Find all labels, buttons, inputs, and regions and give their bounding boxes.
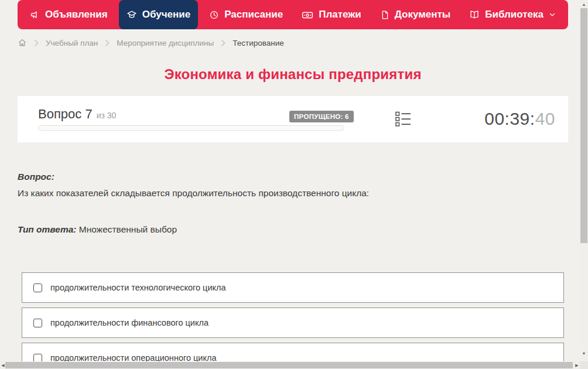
home-icon[interactable] <box>18 38 27 47</box>
nav-item-documents[interactable]: Документы <box>372 0 459 29</box>
horizontal-scrollbar-thumb[interactable] <box>5 362 573 368</box>
page-title: Экономика и финансы предприятия <box>18 66 568 83</box>
question-list-icon[interactable] <box>395 111 412 129</box>
nav-item-schedule[interactable]: Расписание <box>201 0 290 29</box>
graduation-cap-icon <box>127 9 137 20</box>
scroll-down-arrow[interactable]: ▼ <box>580 349 588 357</box>
nav-item-label: Библиотека <box>485 9 543 20</box>
clock-icon <box>209 10 219 20</box>
answer-type-label: Тип ответа: <box>18 224 77 234</box>
option-label: продолжительности технологического цикла <box>50 283 226 292</box>
answer-options: продолжительности технологического цикла… <box>22 272 564 369</box>
chevron-down-icon <box>549 11 556 18</box>
nav-item-label: Расписание <box>224 9 283 20</box>
scrollbar-corner <box>580 361 588 369</box>
answer-type-value: Множественный выбор <box>79 224 177 234</box>
answer-type-row: Тип ответа: Множественный выбор <box>18 224 556 235</box>
nav-item-announcements[interactable]: Объявления <box>22 0 115 29</box>
nav-item-library[interactable]: Библиотека <box>461 0 563 29</box>
checkbox-option-2[interactable] <box>33 319 42 327</box>
nav-item-label: Объявления <box>45 9 108 20</box>
nav-item-learning[interactable]: Обучение <box>119 0 198 29</box>
banknote-icon <box>302 10 313 20</box>
timer-seconds: 40 <box>535 109 555 128</box>
chevron-right-icon <box>34 39 39 47</box>
main-nav: Объявления Обучение Расписание Платежи Д… <box>18 0 568 29</box>
scroll-right-arrow[interactable]: ▶ <box>574 361 580 369</box>
question-body: Вопрос: Из каких показателей складываетс… <box>18 171 556 235</box>
progress-bar <box>38 125 344 131</box>
timer-main: 00:39: <box>484 109 535 128</box>
answer-option-1[interactable]: продолжительности технологического цикла <box>22 272 564 303</box>
answer-option-2[interactable]: продолжительности финансового цикла <box>22 308 564 338</box>
horizontal-scrollbar: ◀ ▶ <box>0 361 580 369</box>
chevron-right-icon <box>221 39 225 47</box>
nav-item-label: Документы <box>395 9 451 20</box>
nav-item-payments[interactable]: Платежи <box>294 0 369 29</box>
question-number: Вопрос 7 <box>38 107 93 122</box>
breadcrumb-item-testing: Тестирование <box>233 39 284 47</box>
scroll-up-arrow[interactable]: ▲ <box>580 0 588 8</box>
question-total: из 30 <box>97 111 117 120</box>
breadcrumb-item-curriculum[interactable]: Учебный план <box>46 39 98 47</box>
megaphone-icon <box>30 10 40 20</box>
question-label: Вопрос: <box>18 171 556 182</box>
vertical-scrollbar: ▲ ▼ <box>580 0 588 361</box>
checkbox-option-1[interactable] <box>33 283 42 292</box>
question-counter: Вопрос 7 из 30 <box>38 107 116 122</box>
timer: 00:39:40 <box>484 109 555 129</box>
skipped-badge: ПРОПУЩЕНО: 6 <box>289 111 354 122</box>
book-icon <box>469 9 480 20</box>
document-icon <box>380 10 389 20</box>
breadcrumb-item-discipline-event[interactable]: Мероприятие дисциплины <box>117 39 214 47</box>
question-header-card: Вопрос 7 из 30 ПРОПУЩЕНО: 6 00:39:40 <box>18 96 568 142</box>
chevron-right-icon <box>105 39 110 47</box>
nav-item-label: Обучение <box>142 9 190 20</box>
nav-item-label: Платежи <box>319 9 361 20</box>
vertical-scrollbar-thumb[interactable] <box>580 8 587 243</box>
option-label: продолжительности финансового цикла <box>50 318 208 327</box>
breadcrumb: Учебный план Мероприятие дисциплины Тест… <box>18 33 284 52</box>
question-text: Из каких показателей складывается продол… <box>18 187 556 199</box>
